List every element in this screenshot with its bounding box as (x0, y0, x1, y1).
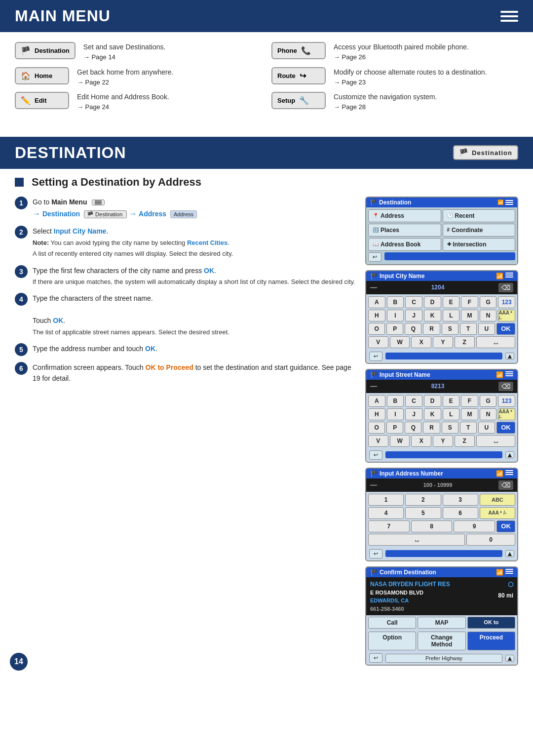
key-R[interactable]: R (423, 323, 440, 335)
home-button[interactable]: 🏠 Home (15, 67, 69, 84)
addr-key-space[interactable]: ⎵ (368, 534, 465, 546)
key-123-street[interactable]: 123 (498, 395, 515, 407)
key-G[interactable]: G (480, 296, 497, 308)
confirm-proceed-button[interactable]: Proceed (467, 632, 515, 650)
street-key-T[interactable]: T (460, 422, 477, 434)
addr-key-4[interactable]: 4 (368, 507, 404, 519)
destination-button[interactable]: 🏴 Destination (15, 42, 76, 59)
street-backspace-button[interactable]: ⌫ (498, 382, 513, 391)
key-K[interactable]: K (424, 310, 441, 321)
key-Y[interactable]: Y (433, 336, 453, 348)
key-aaa-city[interactable]: AAA ˢ /- (498, 310, 515, 321)
dest-intersection-cell[interactable]: ✚ Intersection (443, 238, 516, 251)
street-ok-button[interactable]: OK (496, 422, 515, 434)
key-M[interactable]: M (461, 310, 478, 321)
key-W[interactable]: W (390, 336, 410, 348)
dest-recent-cell[interactable]: 🕐 Recent (443, 209, 516, 222)
street-key-L[interactable]: L (443, 408, 460, 420)
key-T[interactable]: T (460, 323, 477, 335)
street-key-J[interactable]: J (405, 408, 422, 420)
edit-button[interactable]: ✏️ Edit (15, 92, 69, 109)
key-space-city[interactable]: ⎵ (476, 336, 515, 348)
city-ok-button[interactable]: OK (496, 323, 515, 335)
street-key-N[interactable]: N (480, 408, 497, 420)
dest-address-cell[interactable]: 📍 Address (368, 209, 441, 222)
key-I[interactable]: I (387, 310, 404, 321)
street-key-P[interactable]: P (386, 422, 403, 434)
key-123-city[interactable]: 123 (498, 296, 515, 308)
key-P[interactable]: P (386, 323, 403, 335)
addr-key-aaa[interactable]: AAA ˢ /- (480, 507, 515, 519)
dest-coordinate-cell[interactable]: # Coordinate (443, 224, 516, 237)
key-N[interactable]: N (480, 310, 497, 321)
confirm-option-button[interactable]: Option (368, 632, 416, 650)
addr-key-5[interactable]: 5 (405, 507, 441, 519)
key-space-street[interactable]: ⎵ (476, 435, 515, 447)
street-key-F[interactable]: F (461, 395, 478, 407)
addr-backspace-button[interactable]: ⌫ (498, 480, 513, 490)
key-E[interactable]: E (443, 296, 460, 308)
street-key-D[interactable]: D (424, 395, 441, 407)
addr-key-1[interactable]: 1 (368, 494, 404, 506)
confirm-map-button[interactable]: MAP (418, 617, 465, 629)
addr-key-2[interactable]: 2 (405, 494, 441, 506)
street-key-A[interactable]: A (368, 395, 385, 407)
city-back-button[interactable]: ↩ (369, 352, 382, 361)
key-X[interactable]: X (411, 336, 431, 348)
confirm-changemethod-button[interactable]: Change Method (418, 632, 465, 650)
key-B[interactable]: B (387, 296, 404, 308)
street-key-X[interactable]: X (411, 435, 431, 447)
key-Z[interactable]: Z (455, 336, 475, 348)
key-V[interactable]: V (368, 336, 388, 348)
dest-addressbook-cell[interactable]: 📖 Address Book (368, 238, 441, 251)
key-L[interactable]: L (443, 310, 460, 321)
street-key-V[interactable]: V (368, 435, 388, 447)
addr-key-9[interactable]: 9 (454, 520, 495, 532)
street-key-R[interactable]: R (423, 422, 440, 434)
street-key-C[interactable]: C (405, 395, 422, 407)
addr-key-8[interactable]: 8 (411, 520, 453, 532)
key-Q[interactable]: Q (405, 323, 421, 335)
addr-key-abc[interactable]: ABC (480, 494, 515, 506)
phone-button[interactable]: Phone 📞 (271, 42, 326, 59)
city-up-button[interactable]: ▲ (505, 353, 514, 359)
key-U[interactable]: U (478, 323, 495, 335)
dest-places-cell[interactable]: 🔢 Places (368, 224, 441, 237)
street-key-H[interactable]: H (368, 408, 385, 420)
addr-key-3[interactable]: 3 (443, 494, 478, 506)
route-button[interactable]: Route ↪ (271, 67, 326, 84)
key-F[interactable]: F (461, 296, 478, 308)
street-key-B[interactable]: B (387, 395, 404, 407)
street-key-S[interactable]: S (442, 422, 458, 434)
confirm-back-button[interactable]: ↩ (369, 653, 382, 663)
key-C[interactable]: C (405, 296, 422, 308)
key-D[interactable]: D (424, 296, 441, 308)
addr-up-button[interactable]: ▲ (505, 550, 514, 557)
key-H[interactable]: H (368, 310, 385, 321)
key-J[interactable]: J (405, 310, 422, 321)
street-key-E[interactable]: E (443, 395, 460, 407)
key-aaa-street[interactable]: AAA ˢ /- (498, 408, 515, 420)
key-S[interactable]: S (442, 323, 458, 335)
street-key-M[interactable]: M (461, 408, 478, 420)
addr-key-6[interactable]: 6 (443, 507, 478, 519)
city-backspace-button[interactable]: ⌫ (498, 283, 513, 292)
street-key-Y[interactable]: Y (433, 435, 453, 447)
setup-button[interactable]: Setup 🔧 (271, 92, 326, 109)
confirm-okto-button[interactable]: OK to (467, 617, 515, 629)
confirm-up-button[interactable]: ▲ (505, 655, 514, 662)
addr-key-0[interactable]: 0 (466, 534, 515, 546)
street-back-button[interactable]: ↩ (369, 450, 382, 460)
addr-ok-button[interactable]: OK (496, 520, 515, 532)
street-key-K[interactable]: K (424, 408, 441, 420)
street-key-Z[interactable]: Z (455, 435, 475, 447)
addr-back-button[interactable]: ↩ (369, 549, 382, 558)
street-key-U[interactable]: U (478, 422, 495, 434)
key-A[interactable]: A (368, 296, 385, 308)
street-key-W[interactable]: W (390, 435, 410, 447)
street-key-O[interactable]: O (368, 422, 385, 434)
key-O[interactable]: O (368, 323, 385, 335)
dest-back-button[interactable]: ↩ (368, 252, 381, 262)
street-key-Q[interactable]: Q (405, 422, 421, 434)
addr-key-7[interactable]: 7 (368, 520, 410, 532)
